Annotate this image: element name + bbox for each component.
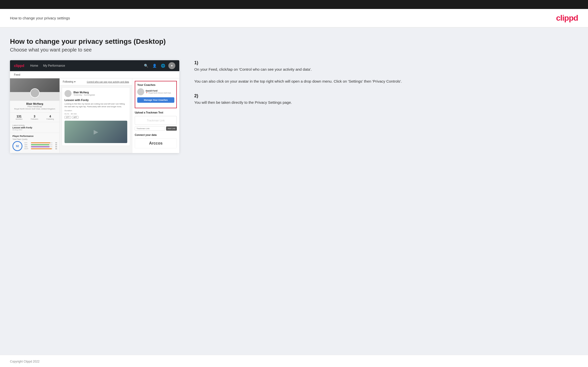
mockup-stat-followers: 3 Followers <box>31 115 38 120</box>
manage-coaches-button[interactable]: Manage Your Coaches <box>137 97 174 103</box>
coach-avatar <box>137 88 144 95</box>
followers-label: Followers <box>31 118 38 120</box>
performance-title: Player Performance <box>12 135 57 137</box>
mockup-stats: 131 Activities 3 Followers 4 Following <box>10 113 60 122</box>
tag-ott: OTT <box>65 116 71 119</box>
clippd-logo: clippd <box>556 13 578 23</box>
followers-value: 3 <box>31 115 38 118</box>
globe-icon[interactable]: 🌐 <box>160 63 166 69</box>
top-bar <box>0 0 588 9</box>
post-description: Looking to feel like my hands are exitin… <box>65 103 127 108</box>
trackman-input-row: Add Link <box>135 126 177 131</box>
quality-circle: 92 <box>12 141 22 151</box>
person-icon[interactable]: 👤 <box>151 63 157 69</box>
upload-section: Upload a Trackman Test Trackman Link Add… <box>135 111 177 131</box>
connect-title: Connect your data <box>135 134 177 136</box>
main-content: How to change your privacy settings (Des… <box>0 28 588 355</box>
instruction-2-number: 2) <box>194 93 578 99</box>
activities-value: 131 <box>16 115 23 118</box>
search-icon[interactable]: 🔍 <box>143 63 149 69</box>
trackman-input[interactable] <box>135 126 165 131</box>
page-subtitle: Choose what you want people to see <box>10 47 578 53</box>
mockup-nav-performance[interactable]: My Performance <box>43 64 65 67</box>
coach-club-text: Royal North Devon Golf Club <box>148 92 171 94</box>
instruction-1-text: On your Feed, click/tap on 'Control who … <box>194 66 578 84</box>
mockup-sidebar: Blair McHarg Plus Handicap Royal North D… <box>10 78 60 153</box>
post-author-avatar <box>65 90 71 97</box>
activities-label: Activities <box>16 118 23 120</box>
control-link[interactable]: Control who can see your activity and da… <box>87 81 129 83</box>
upload-title: Upload a Trackman Test <box>135 111 177 114</box>
post-title: Lesson with Fordy <box>65 99 127 102</box>
mockup-latest-activity: Latest Activity Lesson with Fordy 03 Aug… <box>10 122 60 133</box>
site-footer: Copyright Clippd 2022 <box>0 355 588 367</box>
mockup-following-bar: Following ▾ Control who can see your act… <box>60 78 132 85</box>
content-layout: clippd Home My Performance 🔍 👤 🌐 ▼ Feed <box>10 60 578 153</box>
mockup-avatar <box>30 88 40 98</box>
trackman-placeholder: Trackman Link <box>135 116 177 125</box>
mockup-body: Blair McHarg Plus Handicap Royal North D… <box>10 78 179 153</box>
bar-putt: PUTT 96 <box>24 148 57 150</box>
instruction-2-text: You will then be taken directly to the P… <box>194 100 578 105</box>
post-meta: Yesterday · Sunningdale <box>73 94 95 96</box>
mockup-stat-activities: 131 Activities <box>16 115 23 120</box>
coach-row: David Ford 📍 Royal North Devon Golf Club <box>137 88 174 95</box>
mockup-logo: clippd <box>14 64 24 68</box>
coaches-box: Your Coaches David Ford 📍 Royal North De… <box>135 81 177 108</box>
bar-app: APP 85 <box>24 144 57 146</box>
page-title: How to change your privacy settings (Des… <box>10 38 578 46</box>
post-author-name: Blair McHarg <box>73 91 95 94</box>
mockup-profile-area <box>10 78 60 101</box>
mockup-center: Following ▾ Control who can see your act… <box>60 78 132 153</box>
quality-bars: OTT 90 APP 85 ARG <box>24 142 57 150</box>
mockup-profile-handicap: Plus Handicap <box>12 105 57 108</box>
instruction-1: 1) On your Feed, click/tap on 'Control w… <box>194 60 578 84</box>
mockup-feed-tab[interactable]: Feed <box>10 71 179 78</box>
mockup-nav-home[interactable]: Home <box>30 64 38 67</box>
footer-copyright: Copyright Clippd 2022 <box>10 360 40 363</box>
mockup-nav: clippd Home My Performance 🔍 👤 🌐 ▼ <box>10 60 179 71</box>
post-duration-label: Duration <box>65 109 127 112</box>
coaches-section: Your Coaches David Ford 📍 Royal North De… <box>135 81 177 108</box>
header-title: How to change your privacy settings <box>10 16 70 20</box>
mockup-performance: Player Performance Total Player Quality … <box>10 133 60 153</box>
latest-date: 03 Aug 2022 <box>12 129 57 131</box>
mockup-right-panel: Your Coaches David Ford 📍 Royal North De… <box>132 78 179 153</box>
add-link-button[interactable]: Add Link <box>166 126 177 131</box>
post-duration-value: 01 hr : 30 min <box>65 113 127 115</box>
instruction-2: 2) You will then be taken directly to th… <box>194 93 578 105</box>
following-value: 4 <box>47 115 54 118</box>
mockup-profile-info: Blair McHarg Plus Handicap Royal North D… <box>10 101 60 113</box>
tag-app: APP <box>72 116 78 119</box>
instructions-panel: 1) On your Feed, click/tap on 'Control w… <box>189 60 578 114</box>
user-avatar-icon[interactable]: ▼ <box>168 62 175 69</box>
bar-ott: OTT 90 <box>24 142 57 144</box>
coaches-title: Your Coaches <box>137 83 174 86</box>
coach-info: David Ford 📍 Royal North Devon Golf Club <box>146 90 171 94</box>
latest-label: Latest Activity <box>12 124 57 126</box>
following-button[interactable]: Following ▾ <box>63 80 75 83</box>
arccos-label: Arccos <box>135 138 177 148</box>
chevron-down-icon: ▾ <box>74 80 75 83</box>
quality-row: 92 OTT 90 APP 85 <box>12 141 57 151</box>
connect-section: Connect your data Arccos <box>135 134 177 148</box>
following-label: Following <box>63 80 73 83</box>
mockup-nav-links: Home My Performance <box>30 64 143 67</box>
bar-arg: ARG 86 <box>24 146 57 148</box>
post-author-info: Blair McHarg Yesterday · Sunningdale <box>73 91 95 96</box>
mockup-profile-club: Royal North Devon Golf Club, United King… <box>12 108 57 110</box>
feed-tab-label: Feed <box>14 73 20 76</box>
site-header: How to change your privacy settings clip… <box>0 9 588 28</box>
post-tags: OTT APP <box>65 116 127 119</box>
coach-club: 📍 Royal North Devon Golf Club <box>146 92 171 94</box>
latest-title: Lesson with Fordy <box>12 126 57 129</box>
following-label: Following <box>47 118 54 120</box>
video-thumbnail: ▶ <box>65 121 127 143</box>
mockup-stat-following: 4 Following <box>47 115 54 120</box>
mockup-profile-name: Blair McHarg <box>12 102 57 105</box>
mockup-container: clippd Home My Performance 🔍 👤 🌐 ▼ Feed <box>10 60 179 153</box>
location-pin-icon: 📍 <box>146 92 148 94</box>
mockup-post-header: Blair McHarg Yesterday · Sunningdale <box>65 90 127 97</box>
mockup-nav-icons: 🔍 👤 🌐 ▼ <box>143 62 175 69</box>
mockup-post-card: Blair McHarg Yesterday · Sunningdale Les… <box>62 87 130 146</box>
